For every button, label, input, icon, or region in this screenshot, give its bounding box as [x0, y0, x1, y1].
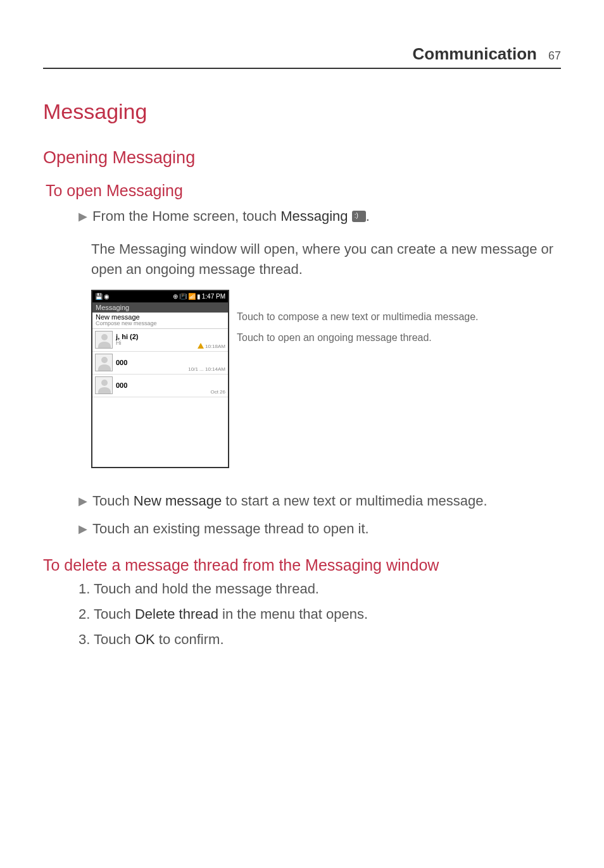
text-part: to confirm. — [155, 631, 224, 647]
new-message-sub: Compose new message — [92, 321, 228, 329]
phone-mock: 💾 ◉ ⊕ 📳 📶 ▮ 1:47 PM Messaging New messag… — [91, 290, 229, 468]
thread-time: 10:18AM — [198, 343, 225, 349]
phone-statusbar: 💾 ◉ ⊕ 📳 📶 ▮ 1:47 PM — [92, 291, 228, 302]
bullet-text: From the Home screen, touch Messaging . — [92, 206, 561, 226]
paragraph-intro: The Messaging window will open, where yo… — [91, 239, 561, 280]
status-left-icons: 💾 ◉ — [95, 294, 110, 300]
arrow-icon: ▶ — [79, 522, 87, 536]
gps-icon: ⊕ — [173, 294, 178, 300]
text-part — [348, 208, 352, 224]
thread-content: 000 — [116, 359, 225, 366]
step-2: 2. Touch Delete thread in the menu that … — [79, 606, 561, 623]
warning-icon — [198, 343, 204, 349]
bullet-new-message: ▶ Touch New message to start a new text … — [79, 491, 561, 511]
avatar-icon — [95, 331, 113, 349]
time-text: 10:18AM — [205, 344, 225, 349]
heading-3-delete: To delete a message thread from the Mess… — [43, 556, 561, 574]
new-message-label: New message — [92, 313, 228, 321]
thread-name: j, hi (2) — [116, 333, 225, 340]
signal-icon: 📶 — [188, 294, 196, 300]
text-part: in the menu that opens. — [218, 606, 368, 622]
thread-content: 000 — [116, 382, 225, 389]
bullet-text: Touch New message to start a new text or… — [92, 491, 561, 511]
bullet-open-thread: ▶ Touch an existing message thread to op… — [79, 519, 561, 539]
phone-empty-area — [92, 397, 228, 467]
page-header: Communication 67 — [43, 44, 561, 69]
thread-row: 000 10/1 ... 10:14AM — [92, 352, 228, 375]
save-icon: 💾 — [95, 294, 103, 300]
steps-list: 1. Touch and hold the message thread. 2.… — [79, 581, 561, 648]
figure-row: 💾 ◉ ⊕ 📳 📶 ▮ 1:47 PM Messaging New messag… — [91, 290, 561, 468]
annotation-open-thread: Touch to open an ongoing message thread. — [237, 331, 479, 345]
heading-2: Opening Messaging — [43, 148, 561, 168]
page-number: 67 — [548, 49, 561, 63]
status-right-icons: ⊕ 📳 📶 ▮ 1:47 PM — [173, 294, 225, 300]
heading-3-open: To open Messaging — [46, 182, 561, 200]
text-part: 2. Touch — [79, 606, 135, 622]
avatar-icon — [95, 376, 113, 394]
step-1: 1. Touch and hold the message thread. — [79, 581, 561, 597]
section-title: Communication — [413, 44, 537, 64]
thread-name: 000 — [116, 382, 225, 389]
arrow-icon: ▶ — [79, 209, 87, 223]
bullet-from-home: ▶ From the Home screen, touch Messaging … — [79, 206, 561, 226]
bold-text: New message — [134, 493, 222, 509]
thread-time: 10/1 ... 10:14AM — [188, 367, 225, 372]
messaging-icon — [352, 211, 366, 222]
sync-icon: ◉ — [104, 294, 110, 300]
text-part: From the Home screen, touch — [92, 208, 280, 224]
text-part: 3. Touch — [79, 631, 135, 647]
bold-text: Messaging — [280, 208, 348, 224]
text-part: Touch — [92, 493, 134, 509]
text-part: to start a new text or multimedia messag… — [222, 493, 487, 509]
bold-text: Delete thread — [135, 606, 218, 622]
bullet-text: Touch an existing message thread to open… — [92, 519, 561, 539]
battery-icon: ▮ — [197, 294, 201, 300]
thread-name: 000 — [116, 359, 225, 366]
heading-1: Messaging — [43, 99, 561, 124]
annotation-compose: Touch to compose a new text or multimedi… — [237, 310, 479, 324]
arrow-icon: ▶ — [79, 494, 87, 508]
thread-time: Oct 26 — [210, 390, 225, 395]
thread-row: 000 Oct 26 — [92, 375, 228, 397]
thread-row: j, hi (2) Hi 10:18AM — [92, 329, 228, 352]
vibrate-icon: 📳 — [179, 294, 187, 300]
annotations: Touch to compose a new text or multimedi… — [237, 290, 479, 345]
step-3: 3. Touch OK to confirm. — [79, 631, 561, 648]
phone-titlebar: Messaging — [92, 302, 228, 313]
text-part: . — [366, 208, 370, 224]
bold-text: OK — [135, 631, 155, 647]
clock-text: 1:47 PM — [202, 294, 225, 300]
avatar-icon — [95, 354, 113, 371]
